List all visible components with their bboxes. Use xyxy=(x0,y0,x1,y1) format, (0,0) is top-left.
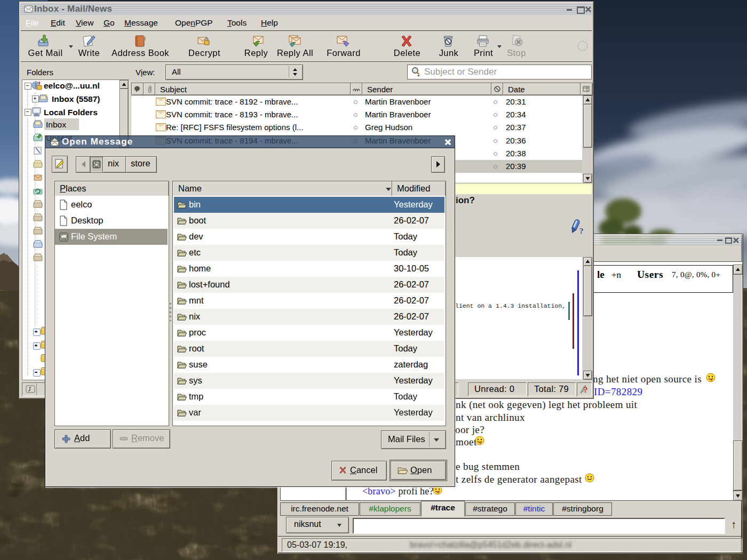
svg-text:?: ? xyxy=(579,227,584,235)
svg-text:?: ? xyxy=(584,386,588,394)
